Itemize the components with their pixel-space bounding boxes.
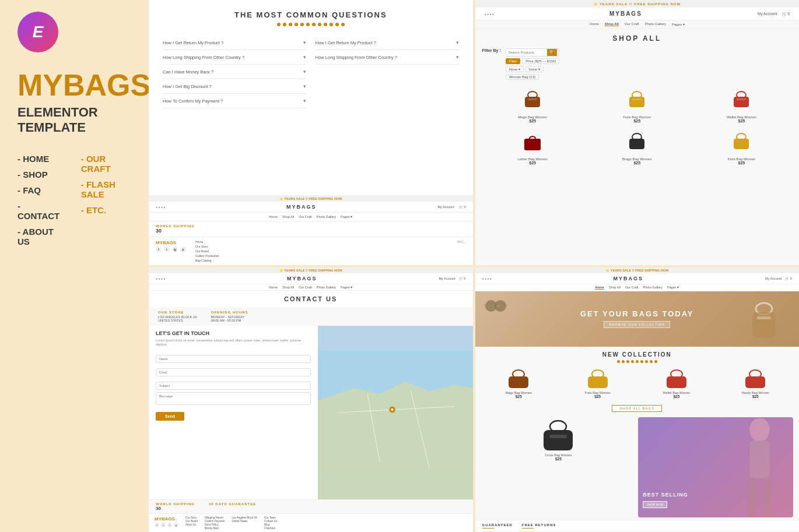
filter-price[interactable]: Price ($25 — $100) [522,58,559,64]
faq-item-r1[interactable]: How I Get Return My Product ? ▾ [316,36,459,50]
coll-product-1[interactable]: Mago Bag Women $25 [481,367,556,399]
coll-product-4[interactable]: Handy Bag Women $25 [718,367,793,399]
faq-item-5[interactable]: How To Confirm My Payment ? ▾ [163,94,306,108]
faq-nav-craft[interactable]: Our Craft [299,215,312,219]
product-card-5[interactable]: Brago Bag Women $25 [587,126,688,165]
contact-nav-home[interactable]: Home [269,286,278,289]
form-send-button[interactable]: Send [156,412,184,421]
footer-checkout[interactable]: Checkout [264,527,277,530]
form-input-message[interactable] [156,392,311,405]
contact-nav-gallery[interactable]: Photo Gallery [317,286,336,289]
faq-item-r2[interactable]: How Long Shipping From Other Country ? ▾ [316,50,459,65]
shop-nav-pages[interactable]: Pages ▾ [672,22,685,26]
footer-team[interactable]: Our Team [264,516,277,519]
social-ig[interactable]: ig [172,246,178,252]
product-card-4[interactable]: Lether Bag Women $25 [482,126,583,165]
shop-nav-active[interactable]: Shop All [605,22,619,26]
faq-my-account[interactable]: My Account [437,205,454,209]
shop-nav-gallery[interactable]: Photo Gallery [645,22,666,26]
contact-nav-shop[interactable]: Shop All [282,286,294,289]
bestsell-bag-svg [538,417,579,452]
filter-active-tag[interactable]: Filter [506,58,520,64]
filter-search-input[interactable] [506,49,547,56]
coll-price-2: $25 [594,394,601,399]
pages-list: - HOME - SHOP - FAQ - CONTACT - ABOUT US… [17,154,134,246]
footer-nav-gallery[interactable]: Gallery Production [195,254,219,258]
footer-confirm[interactable]: Confirm Payment [205,520,225,523]
filter-woman-bag[interactable]: Woman Bag (13) [506,74,539,80]
svg-rect-34 [667,376,686,388]
footer-nav-brand[interactable]: Our Brand [195,249,219,253]
faq-item-3[interactable]: Can I Have Money Back ? ▾ [163,65,306,79]
faq-nav-shop[interactable]: Shop All [282,215,294,219]
footer-nav-catalog[interactable]: Bag Catalog [195,259,219,262]
home-my-account[interactable]: My Account [765,277,782,280]
faq-item-1[interactable]: How I Get Return My Product ? ▾ [163,36,306,50]
footer-social-fb[interactable]: f [155,523,159,527]
faq-item-2[interactable]: How Long Shipping From Other Country ? ▾ [163,50,306,65]
faq-item-4[interactable]: How I Get Big Discount ? ▾ [163,79,306,94]
bag-svg-5 [626,131,648,152]
svg-rect-41 [749,441,770,478]
home-nav-craft[interactable]: Our Craft [625,286,639,290]
home-nav-shop[interactable]: Shop All [609,286,621,290]
contact-nav-pages[interactable]: Pages ▾ [341,286,352,289]
footer-social-ig[interactable]: i [167,523,172,527]
contact-nav-craft[interactable]: Our Craft [299,286,312,289]
bestsell-shop-btn[interactable]: SHOP NOW [643,501,667,508]
form-input-email[interactable] [156,368,311,376]
footer-money-back[interactable]: Money Back [205,527,225,530]
faq-footer-nav: Home Our Story Our Brand Gallery Product… [195,240,219,262]
home-nav-pages[interactable]: Pages ▾ [667,286,679,290]
shop-nav-craft[interactable]: Our Craft [625,22,639,26]
footer-nav-aboutus[interactable]: About Us [185,523,198,526]
home-cart[interactable]: 🛒 0 [785,277,792,280]
filter-search-btn[interactable]: 🔍 [547,49,557,56]
shop-my-account[interactable]: My Account [758,12,777,16]
home-nav-active[interactable]: Home [595,286,604,290]
footer-blog[interactable]: Blog [264,523,277,526]
filter-none-2[interactable]: None ▾ [525,66,544,72]
footer-social-tw[interactable]: t [161,523,166,527]
product-card-1[interactable]: Mago Bag Women $25 [482,84,583,123]
contact-my-account[interactable]: My Account [439,277,455,280]
faq-nav-home[interactable]: Home [269,215,278,219]
home-nav-gallery[interactable]: Photo Gallery [643,286,663,290]
hero-browse-btn[interactable]: BROWSE OUR COLLECTION [604,321,670,328]
footer-nav-story[interactable]: Our Story [195,245,219,248]
faq-nav-pages[interactable]: Pages ▾ [341,215,352,219]
product-card-6[interactable]: Kiolo Bag Women $25 [691,126,792,165]
contact-cart[interactable]: 🛒 0 [459,277,466,280]
faq-nav-gallery[interactable]: Photo Gallery [317,215,336,219]
shop-nav-home[interactable]: Home [590,22,599,26]
faq-chevron-1: ▾ [303,40,306,45]
footer-nav-home[interactable]: Home [195,240,219,244]
contact-footer-col2: Shipping Return Confirm Payment Store Po… [205,516,225,530]
faq-cart[interactable]: 🛒 0 [459,205,466,209]
form-input-name[interactable] [156,355,311,363]
faq-footer-brand: MYBAGS [156,240,186,245]
footer-nav-brand2[interactable]: Our Brand [185,520,198,523]
product-card-3[interactable]: Wallet Bag Women $25 [691,84,792,123]
bestsell-product-card[interactable]: Cross Bag Women $25 [481,417,636,461]
footer-shipping[interactable]: Shipping Return [205,516,225,519]
shop-all-btn-wrapper: SHOP ALL BAGS [475,399,800,415]
contact-store-address: LOS ANGELES BLOCK 2AUNITED STATES [158,315,197,322]
coll-product-2[interactable]: Freis Bag Women $25 [560,367,635,399]
svg-rect-36 [745,376,765,388]
social-tw[interactable]: t [164,246,170,252]
social-fb[interactable]: f [156,246,162,252]
shop-all-button[interactable]: SHOP ALL BAGS [612,405,662,412]
footer-nav-story[interactable]: Our Story [185,516,198,519]
home-social-icons: ● ● ● ● [482,277,492,280]
social-pt[interactable]: p [180,246,186,252]
product-card-2[interactable]: Freis Bag Women $25 [587,84,688,123]
footer-policy[interactable]: Store Policy [205,523,225,526]
filter-none-1[interactable]: None ▾ [506,66,524,72]
footer-contact-us[interactable]: Contact Us [264,520,277,523]
form-input-subject[interactable] [156,382,311,390]
footer-social-pt[interactable]: p [174,523,178,527]
coll-product-3[interactable]: Wallet Bag Women $25 [639,367,714,399]
svg-point-40 [749,418,770,441]
shop-cart[interactable]: 🛒 0 [782,12,790,16]
